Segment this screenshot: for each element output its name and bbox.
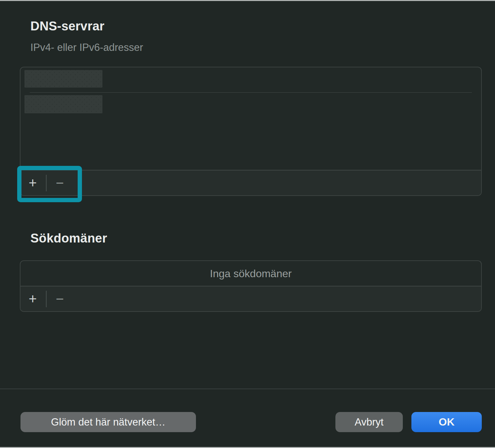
remove-search-domain-button[interactable]: −: [47, 286, 73, 311]
list-row-divider: [30, 92, 472, 93]
dns-entry-redacted[interactable]: [24, 95, 102, 113]
plus-icon: +: [29, 175, 37, 191]
remove-dns-server-button[interactable]: −: [47, 170, 73, 195]
add-dns-server-button[interactable]: +: [23, 170, 42, 195]
search-domain-list: Inga sökdomäner + −: [20, 260, 482, 312]
minus-icon: −: [56, 291, 64, 307]
minus-icon: −: [56, 175, 64, 191]
dns-section-title: DNS-servrar: [30, 19, 104, 33]
ok-button[interactable]: OK: [411, 412, 482, 432]
empty-search-domains-text: Inga sökdomäner: [210, 268, 291, 280]
dns-section-subtitle: IPv4- eller IPv6-adresser: [30, 42, 143, 54]
add-search-domain-button[interactable]: +: [23, 286, 42, 311]
search-domains-title: Sökdomäner: [30, 231, 107, 245]
dns-server-list: + −: [20, 67, 482, 196]
cancel-button[interactable]: Avbryt: [335, 412, 403, 432]
dns-list-toolbar: + −: [20, 170, 481, 195]
search-domain-toolbar: + −: [20, 286, 481, 311]
plus-icon: +: [29, 291, 37, 307]
footer-divider: [0, 389, 495, 389]
dns-entry-redacted[interactable]: [24, 70, 102, 88]
search-domain-empty-area: Inga sökdomäner: [20, 261, 481, 286]
screen-edge-top: [0, 0, 495, 1]
forget-network-button[interactable]: Glöm det här nätverket…: [20, 412, 196, 432]
